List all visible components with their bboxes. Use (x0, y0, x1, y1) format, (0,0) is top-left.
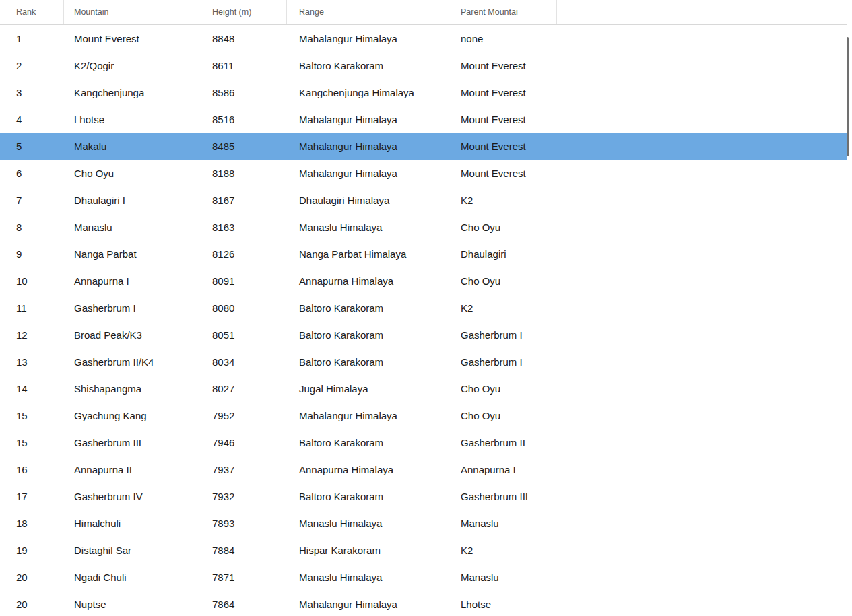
cell-range: Baltoro Karakoram (287, 483, 451, 510)
cell-parent: Cho Oyu (451, 267, 557, 294)
table-row[interactable]: 4Lhotse8516Mahalangur HimalayaMount Ever… (0, 106, 847, 133)
cell-filler (557, 25, 847, 52)
cell-rank: 12 (0, 321, 64, 348)
cell-height: 7864 (203, 590, 287, 616)
table-row[interactable]: 13Gasherbrum II/K48034Baltoro KarakoramG… (0, 348, 847, 375)
table-row[interactable]: 15Gasherbrum III7946Baltoro KarakoramGas… (0, 429, 847, 456)
cell-mountain: Ngadi Chuli (64, 563, 203, 590)
table-row[interactable]: 7Dhaulagiri I8167Dhaulagiri HimalayaK2 (0, 186, 847, 213)
table-row[interactable]: 9Nanga Parbat8126Nanga Parbat HimalayaDh… (0, 240, 847, 267)
cell-filler (557, 213, 847, 240)
table-row[interactable]: 16Annapurna II7937Annapurna HimalayaAnna… (0, 456, 847, 483)
cell-filler (557, 590, 847, 616)
cell-range: Kangchenjunga Himalaya (287, 79, 451, 106)
cell-parent: Dhaulagiri (451, 240, 557, 267)
cell-range: Baltoro Karakoram (287, 429, 451, 456)
cell-mountain: Shishapangma (64, 375, 203, 402)
cell-range: Mahalangur Himalaya (287, 133, 451, 160)
cell-height: 8163 (203, 213, 287, 240)
cell-rank: 3 (0, 79, 64, 106)
cell-mountain: Kangchenjunga (64, 79, 203, 106)
cell-parent: K2 (451, 537, 557, 563)
cell-parent: Cho Oyu (451, 402, 557, 429)
cell-mountain: Dhaulagiri I (64, 186, 203, 213)
cell-filler (557, 537, 847, 563)
table-row[interactable]: 1Mount Everest8848Mahalangur Himalayanon… (0, 25, 847, 52)
cell-parent: Manaslu (451, 563, 557, 590)
cell-rank: 15 (0, 429, 64, 456)
cell-mountain: Himalchuli (64, 510, 203, 537)
cell-filler (557, 483, 847, 510)
cell-filler (557, 79, 847, 106)
cell-mountain: Gasherbrum III (64, 429, 203, 456)
cell-filler (557, 186, 847, 213)
table-row[interactable]: 3Kangchenjunga8586Kangchenjunga Himalaya… (0, 79, 847, 106)
cell-mountain: Annapurna I (64, 267, 203, 294)
table-row[interactable]: 2K2/Qogir8611Baltoro KarakoramMount Ever… (0, 52, 847, 79)
cell-filler (557, 106, 847, 133)
column-header-height[interactable]: Height (m) (203, 0, 287, 24)
cell-parent: Lhotse (451, 590, 557, 616)
cell-filler (557, 294, 847, 321)
cell-rank: 9 (0, 240, 64, 267)
table-row[interactable]: 8Manaslu8163Manaslu HimalayaCho Oyu (0, 213, 847, 240)
cell-mountain: Broad Peak/K3 (64, 321, 203, 348)
cell-mountain: Distaghil Sar (64, 537, 203, 563)
cell-height: 7937 (203, 456, 287, 483)
table-row[interactable]: 5Makalu8485Mahalangur HimalayaMount Ever… (0, 133, 847, 160)
cell-filler (557, 240, 847, 267)
cell-height: 8516 (203, 106, 287, 133)
table-row[interactable]: 12Broad Peak/K38051Baltoro KarakoramGash… (0, 321, 847, 348)
table-header-row: Rank Mountain Height (m) Range Parent Mo… (0, 0, 847, 25)
vertical-scrollbar-thumb[interactable] (847, 37, 849, 156)
cell-height: 7893 (203, 510, 287, 537)
cell-height: 8091 (203, 267, 287, 294)
table-row[interactable]: 20Nuptse7864Mahalangur HimalayaLhotse (0, 590, 847, 616)
cell-rank: 16 (0, 456, 64, 483)
cell-filler (557, 510, 847, 537)
cell-filler (557, 429, 847, 456)
cell-range: Baltoro Karakoram (287, 294, 451, 321)
cell-height: 8188 (203, 160, 287, 186)
table-row[interactable]: 14Shishapangma8027Jugal HimalayaCho Oyu (0, 375, 847, 402)
cell-height: 8034 (203, 348, 287, 375)
cell-range: Mahalangur Himalaya (287, 160, 451, 186)
cell-rank: 4 (0, 106, 64, 133)
column-header-range[interactable]: Range (287, 0, 451, 24)
cell-rank: 10 (0, 267, 64, 294)
cell-range: Hispar Karakoram (287, 537, 451, 563)
table-row[interactable]: 20Ngadi Chuli7871Manaslu HimalayaManaslu (0, 563, 847, 590)
column-header-rank[interactable]: Rank (0, 0, 64, 24)
table-row[interactable]: 19Distaghil Sar7884Hispar KarakoramK2 (0, 537, 847, 563)
cell-height: 7884 (203, 537, 287, 563)
cell-filler (557, 402, 847, 429)
cell-height: 8485 (203, 133, 287, 160)
table-row[interactable]: 17Gasherbrum IV7932Baltoro KarakoramGash… (0, 483, 847, 510)
cell-height: 7952 (203, 402, 287, 429)
cell-rank: 5 (0, 133, 64, 160)
cell-parent: Manaslu (451, 510, 557, 537)
cell-mountain: Nuptse (64, 590, 203, 616)
cell-height: 8051 (203, 321, 287, 348)
cell-range: Mahalangur Himalaya (287, 106, 451, 133)
cell-mountain: Nanga Parbat (64, 240, 203, 267)
cell-height: 8586 (203, 79, 287, 106)
cell-height: 7946 (203, 429, 287, 456)
cell-range: Annapurna Himalaya (287, 456, 451, 483)
table-row[interactable]: 6Cho Oyu8188Mahalangur HimalayaMount Eve… (0, 160, 847, 186)
cell-height: 8848 (203, 25, 287, 52)
cell-mountain: Lhotse (64, 106, 203, 133)
cell-rank: 20 (0, 563, 64, 590)
cell-mountain: Annapurna II (64, 456, 203, 483)
cell-rank: 14 (0, 375, 64, 402)
cell-range: Nanga Parbat Himalaya (287, 240, 451, 267)
column-header-mountain[interactable]: Mountain (64, 0, 203, 24)
table-row[interactable]: 15Gyachung Kang7952Mahalangur HimalayaCh… (0, 402, 847, 429)
column-header-parent[interactable]: Parent Mountai (451, 0, 557, 24)
cell-range: Baltoro Karakoram (287, 348, 451, 375)
table-row[interactable]: 11Gasherbrum I8080Baltoro KarakoramK2 (0, 294, 847, 321)
cell-range: Mahalangur Himalaya (287, 590, 451, 616)
table-row[interactable]: 10Annapurna I8091Annapurna HimalayaCho O… (0, 267, 847, 294)
cell-filler (557, 160, 847, 186)
table-row[interactable]: 18Himalchuli7893Manaslu HimalayaManaslu (0, 510, 847, 537)
